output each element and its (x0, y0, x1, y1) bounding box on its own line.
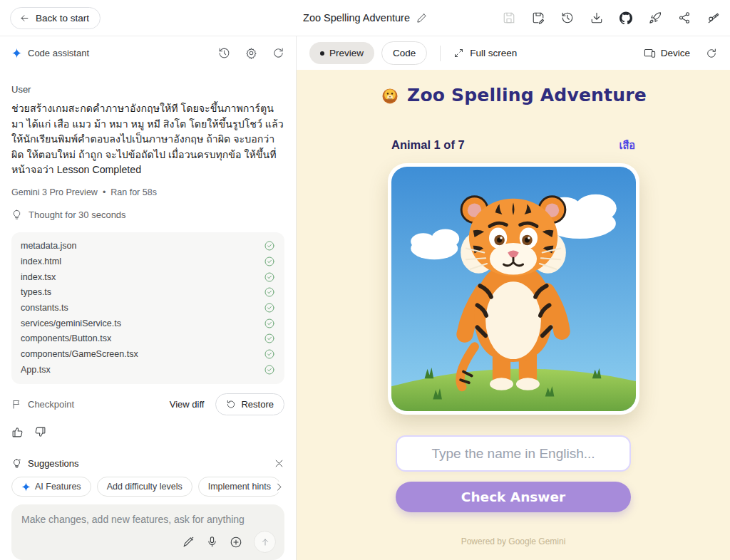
magic-edit-icon[interactable] (182, 536, 195, 548)
fullscreen-icon (453, 48, 464, 58)
meta-separator: • (103, 187, 106, 197)
lightbulb-icon (11, 209, 22, 220)
answer-input[interactable] (396, 435, 631, 472)
preview-panel: Preview Code Full screen Device (297, 36, 730, 560)
view-diff-button[interactable]: View diff (170, 399, 205, 410)
file-name: components/GameScreen.tsx (21, 349, 138, 359)
progress-label: Animal 1 of 7 (391, 138, 465, 152)
download-icon[interactable] (590, 11, 603, 24)
fullscreen-label: Full screen (470, 48, 517, 58)
file-name: index.tsx (21, 272, 56, 282)
model-meta-row: Gemini 3 Pro Preview • Ran for 58s (11, 187, 284, 197)
api-key-slash-icon[interactable] (707, 11, 720, 24)
check-circle-icon (264, 256, 275, 267)
back-to-start-button[interactable]: Back to start (10, 7, 101, 29)
file-name: components/Button.tsx (21, 333, 111, 343)
back-button-label: Back to start (36, 13, 89, 24)
file-name: constants.ts (21, 303, 68, 313)
assistant-conversation: User ช่วยสร้างเกมสะกดคำภาษาอังกฤษให้ที โ… (0, 70, 296, 438)
chat-history-icon[interactable] (218, 47, 230, 59)
check-circle-icon (264, 348, 275, 360)
check-circle-icon (264, 302, 275, 313)
suggestions-header: Suggestions (11, 458, 284, 469)
deploy-rocket-icon[interactable] (649, 11, 662, 24)
tab-code[interactable]: Code (381, 41, 427, 65)
assistant-footer: Suggestions AI Features Add difficulty l… (0, 451, 296, 560)
device-icon (644, 47, 656, 59)
github-icon[interactable] (620, 11, 632, 24)
device-label: Device (661, 48, 690, 58)
restore-button[interactable]: Restore (215, 393, 284, 415)
app-preview-stage: Zoo Spelling Adventure Animal 1 of 7 เสื… (297, 70, 730, 560)
thought-summary-row[interactable]: Thought for 30 seconds (11, 209, 284, 220)
progress-row: Animal 1 of 7 เสือ (391, 137, 635, 153)
suggestions-close-button[interactable] (274, 458, 284, 469)
file-row[interactable]: components/GameScreen.tsx (21, 346, 275, 362)
file-row[interactable]: metadata.json (21, 239, 275, 254)
close-icon (274, 458, 284, 469)
restore-label: Restore (241, 399, 274, 410)
history-icon[interactable] (561, 11, 574, 24)
app-footer-credit: Powered by Google Gemini (391, 536, 635, 546)
user-role-label: User (11, 84, 284, 95)
chip-add-difficulty[interactable]: Add difficulty levels (97, 477, 192, 497)
chip-label: Add difficulty levels (107, 482, 182, 492)
file-name: types.ts (21, 287, 51, 297)
fullscreen-button[interactable]: Full screen (453, 48, 517, 58)
settings-gear-icon[interactable] (245, 47, 257, 59)
assistant-header-actions (218, 47, 284, 59)
device-button[interactable]: Device (644, 47, 690, 59)
preview-toolbar-right: Device (644, 47, 717, 59)
arrow-up-icon (260, 537, 270, 547)
file-row[interactable]: index.html (21, 254, 275, 269)
active-dot-icon (320, 51, 324, 56)
gemini-sparkle-icon (11, 48, 22, 58)
chip-label: AI Features (35, 482, 81, 492)
top-bar: Back to start Zoo Spelling Adventure (0, 0, 730, 36)
tab-code-label: Code (393, 48, 416, 58)
microphone-icon[interactable] (206, 536, 218, 548)
user-message-text: ช่วยสร้างเกมสะกดคำภาษาอังกฤษให้ที โดยจะข… (11, 101, 284, 178)
check-circle-icon (264, 318, 275, 329)
chevron-right-icon (274, 482, 284, 492)
prompt-composer[interactable] (11, 504, 284, 560)
chip-implement-hints[interactable]: Implement hints (198, 477, 281, 497)
file-row[interactable]: App.tsx (21, 362, 275, 378)
thumbs-up-icon[interactable] (11, 426, 24, 438)
model-name: Gemini 3 Pro Preview (11, 187, 98, 197)
suggestions-title: Suggestions (28, 458, 79, 469)
check-answer-button[interactable]: Check Answer (396, 482, 631, 512)
share-icon[interactable] (678, 11, 691, 24)
tiger-cartoon-image (391, 167, 636, 411)
save-as-icon[interactable] (532, 11, 545, 24)
tab-preview[interactable]: Preview (309, 42, 374, 64)
prompt-input[interactable] (21, 514, 274, 525)
refresh-preview-icon[interactable] (706, 48, 717, 59)
chip-ai-features[interactable]: AI Features (11, 477, 91, 497)
check-circle-icon (264, 333, 275, 344)
chips-scroll-right-button[interactable] (274, 482, 284, 492)
top-bar-actions (503, 11, 720, 24)
thumbs-down-icon[interactable] (34, 426, 46, 438)
app-content-column: Animal 1 of 7 เสือ (391, 105, 635, 546)
save-icon[interactable] (503, 11, 515, 24)
chip-label: Implement hints (208, 482, 271, 492)
attach-plus-icon[interactable] (230, 536, 242, 549)
sparkle-icon (21, 482, 31, 492)
lion-emoji-icon (380, 85, 400, 105)
file-row[interactable]: types.ts (21, 285, 275, 301)
check-circle-icon (264, 364, 275, 375)
file-row[interactable]: services/geminiService.ts (21, 316, 275, 331)
file-row[interactable]: components/Button.tsx (21, 331, 275, 347)
refresh-chat-icon[interactable] (272, 47, 284, 59)
send-button[interactable] (254, 531, 276, 553)
suggestions-bulb-icon (11, 458, 22, 469)
edit-title-pencil-icon[interactable] (416, 13, 427, 24)
restore-arrow-icon (226, 399, 236, 409)
file-row[interactable]: constants.ts (21, 300, 275, 316)
toolbar-divider (440, 46, 441, 61)
file-name: App.tsx (21, 365, 51, 375)
preview-toolbar: Preview Code Full screen Device (297, 36, 730, 70)
checkpoint-actions: View diff Restore (170, 393, 284, 415)
file-row[interactable]: index.tsx (21, 269, 275, 285)
